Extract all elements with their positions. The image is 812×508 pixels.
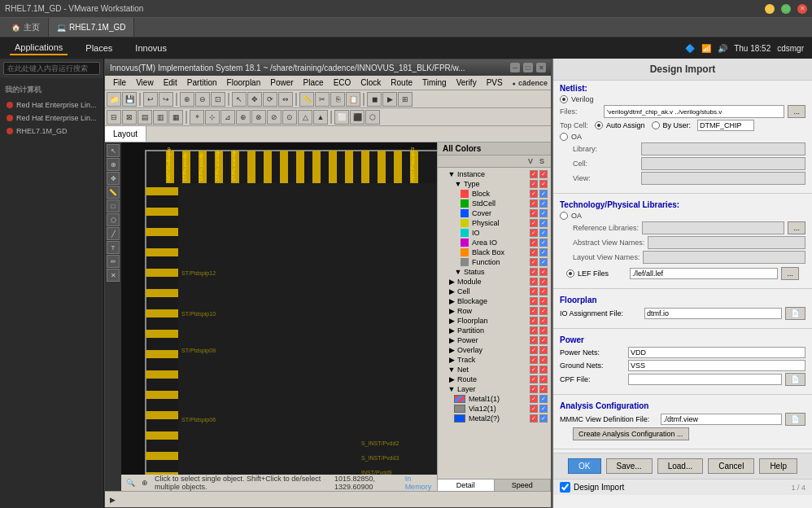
s-status[interactable]: ✓ <box>539 268 548 276</box>
tool-pan[interactable]: ✥ <box>107 172 120 185</box>
library-input[interactable] <box>641 142 805 155</box>
innovus-window-controls[interactable]: ─ □ ✕ <box>510 63 546 72</box>
tb2-9[interactable]: ⊕ <box>236 110 251 125</box>
gnome-places[interactable]: Places <box>81 42 117 55</box>
expand-floorplan[interactable]: ▶ <box>447 317 456 325</box>
menu-timing[interactable]: Timing <box>417 77 452 88</box>
v-cover[interactable]: ✓ <box>530 209 538 217</box>
gnome-innovus[interactable]: Innovus <box>130 42 172 55</box>
tree-area-io[interactable]: Area IO ✓ ✓ <box>439 238 549 247</box>
sidebar-item-rhel2[interactable]: Red Hat Enterprise Lin... <box>0 112 103 125</box>
tree-layer[interactable]: ▼ Layer ✓ ✓ <box>439 384 549 394</box>
tree-metal2[interactable]: Metal2(?) ✓ ✓ <box>439 414 549 423</box>
tb2-16[interactable]: ⬛ <box>350 110 365 125</box>
s-blackbox[interactable]: ✓ <box>539 248 548 256</box>
v-track[interactable]: ✓ <box>530 356 538 364</box>
s-area-io[interactable]: ✓ <box>539 239 548 247</box>
v-via12[interactable]: ✓ <box>530 405 538 413</box>
tool-text[interactable]: T <box>107 241 120 254</box>
s-metal2[interactable]: ✓ <box>539 414 548 423</box>
s-metal1[interactable]: ✓ <box>539 395 548 403</box>
colors-tree[interactable]: ▼ Instance ✓ ✓ ▼ Type ✓ ✓ <box>438 168 551 479</box>
innovus-minimize[interactable]: ─ <box>510 63 520 72</box>
top-cell-input[interactable] <box>697 120 754 131</box>
tree-physical[interactable]: Physical ✓ ✓ <box>439 218 549 228</box>
expand-module[interactable]: ▶ <box>447 278 456 286</box>
oa-radio[interactable] <box>560 133 568 141</box>
menu-partition[interactable]: Partition <box>182 77 222 88</box>
s-layer[interactable]: ✓ <box>539 385 548 393</box>
tb-redo[interactable]: ↪ <box>159 92 173 107</box>
tb2-7[interactable]: ⊹ <box>205 110 220 125</box>
tree-type[interactable]: ▼ Type ✓ ✓ <box>439 179 549 189</box>
tb2-11[interactable]: ⊘ <box>267 110 282 125</box>
tab-speed[interactable]: Speed <box>495 480 552 491</box>
tree-stdcell[interactable]: StdCell ✓ ✓ <box>439 199 549 208</box>
menu-place[interactable]: Place <box>299 77 329 88</box>
verilog-files-input[interactable] <box>604 105 784 118</box>
maximize-button[interactable]: □ <box>781 4 791 14</box>
tree-io[interactable]: IO ✓ ✓ <box>439 228 549 238</box>
menu-file[interactable]: File <box>108 77 131 88</box>
tool-select[interactable]: ↖ <box>107 144 120 157</box>
tree-module[interactable]: ▶ Module ✓ ✓ <box>439 277 549 287</box>
expand-type[interactable]: ▼ <box>454 180 462 188</box>
by-user-radio[interactable] <box>652 121 660 129</box>
v-layer[interactable]: ✓ <box>530 385 538 393</box>
v-type[interactable]: ✓ <box>530 180 538 188</box>
s-floorplan[interactable]: ✓ <box>539 317 548 325</box>
io-assign-browse[interactable]: 📄 <box>785 307 805 320</box>
v-route[interactable]: ✓ <box>530 375 538 383</box>
verilog-browse-btn[interactable]: ... <box>788 105 805 118</box>
mmmc-input[interactable] <box>661 414 782 425</box>
v-blockage[interactable]: ✓ <box>530 297 538 305</box>
tree-instance[interactable]: ▼ Instance ✓ ✓ <box>439 169 549 179</box>
tb-extra1[interactable]: ◼ <box>367 92 382 107</box>
v-instance[interactable]: ✓ <box>530 170 538 178</box>
menu-floorplan[interactable]: Floorplan <box>222 77 266 88</box>
v-area-io[interactable]: ✓ <box>530 239 538 247</box>
tech-oa-radio[interactable] <box>560 212 568 220</box>
s-power[interactable]: ✓ <box>539 336 548 344</box>
tree-metal1[interactable]: Metal1(1) ✓ ✓ <box>439 394 549 404</box>
v-stdcell[interactable]: ✓ <box>530 199 538 208</box>
ref-lib-browse[interactable]: ... <box>788 221 805 234</box>
s-route[interactable]: ✓ <box>539 375 548 383</box>
tool-line[interactable]: ╱ <box>107 227 120 240</box>
expand-overlay[interactable]: ▶ <box>447 346 456 354</box>
v-row[interactable]: ✓ <box>530 307 538 315</box>
s-module[interactable]: ✓ <box>539 278 548 286</box>
canvas-area[interactable]: ↖ ⊕ ✥ 📏 □ ⬠ ╱ T ✏ ✕ <box>105 142 437 491</box>
v-overlay[interactable]: ✓ <box>530 346 538 354</box>
s-via12[interactable]: ✓ <box>539 405 548 413</box>
tb2-5[interactable]: ▦ <box>168 110 183 125</box>
help-button[interactable]: Help <box>759 458 797 474</box>
tree-route[interactable]: ▶ Route ✓ ✓ <box>439 374 549 384</box>
tool-zoom[interactable]: ⊕ <box>107 158 120 171</box>
tb-rotate[interactable]: ⟳ <box>263 92 277 107</box>
s-partition[interactable]: ✓ <box>539 326 548 335</box>
tab-rhel[interactable]: 💻 RHEL7.1M_GD <box>49 18 134 37</box>
search-input[interactable] <box>3 62 100 75</box>
menu-route[interactable]: Route <box>386 77 417 88</box>
tb-move[interactable]: ✥ <box>247 92 262 107</box>
s-track[interactable]: ✓ <box>539 356 548 364</box>
tb2-8[interactable]: ⊿ <box>220 110 235 125</box>
v-io[interactable]: ✓ <box>530 229 538 237</box>
design-canvas[interactable]: INST/Ppdlmpsp ST/Ps:psudip ST/Ps:psudip … <box>121 142 437 491</box>
s-block[interactable]: ✓ <box>539 190 548 198</box>
v-function[interactable]: ✓ <box>530 258 538 266</box>
s-row[interactable]: ✓ <box>539 307 548 315</box>
io-assign-input[interactable] <box>644 308 782 319</box>
menu-pvs[interactable]: PVS <box>482 77 508 88</box>
tb-undo[interactable]: ↩ <box>143 92 158 107</box>
tb-save[interactable]: 💾 <box>122 92 137 107</box>
v-partition[interactable]: ✓ <box>530 326 538 335</box>
tb-extra3[interactable]: ⊞ <box>398 92 413 107</box>
tb2-14[interactable]: ▲ <box>313 110 328 125</box>
s-io[interactable]: ✓ <box>539 229 548 237</box>
v-blackbox[interactable]: ✓ <box>530 248 538 256</box>
tb2-3[interactable]: ▤ <box>138 110 152 125</box>
tool-polygon[interactable]: ⬠ <box>107 213 120 226</box>
cpf-input[interactable] <box>628 374 782 385</box>
